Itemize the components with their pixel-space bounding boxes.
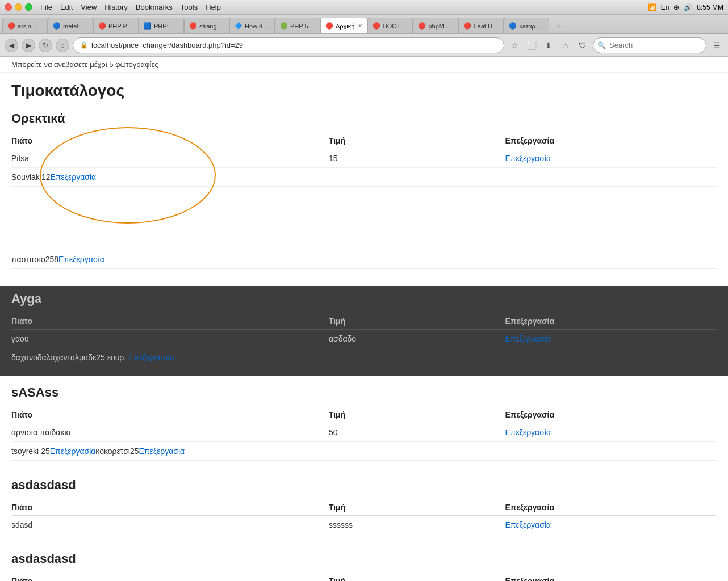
dish-name-inline2: κοκορετσι	[95, 447, 130, 456]
dish-price-inline: 12	[41, 172, 51, 182]
new-tab-button[interactable]: +	[551, 19, 566, 33]
tab-boot[interactable]: 🔴 BOOT...	[367, 18, 413, 33]
menu-bookmarks[interactable]: Bookmarks	[136, 3, 173, 11]
edit-link-inline[interactable]: Επεξεργασία	[58, 255, 104, 264]
tab-label: κaταρ...	[519, 23, 541, 30]
dish-price: ασδαδό	[329, 330, 505, 348]
tab-favicon: 🟦	[144, 22, 152, 30]
tab-php2[interactable]: 🟦 PHP:...	[139, 18, 184, 33]
dish-name: αρνισια παιδακια	[11, 423, 329, 442]
edit-link[interactable]: Επεξεργασία	[505, 520, 551, 529]
tab-favicon: 🔴	[325, 22, 333, 30]
tab-label: arsin...	[18, 23, 36, 30]
download-button[interactable]: ⬇	[542, 39, 555, 52]
traffic-lights	[5, 3, 32, 11]
menu-file[interactable]: File	[40, 3, 52, 11]
edit-link-inline[interactable]: Επεξεργασία	[50, 447, 96, 456]
ayga-table: Πιάτο Τιμή Επεξεργασία γαου ασδαδό Επεξε…	[11, 313, 717, 367]
col-header-action: Επεξεργασία	[505, 313, 717, 330]
tab-php5[interactable]: 🟢 PHP 5...	[275, 18, 320, 33]
tab-favicon: 🔵	[53, 22, 61, 30]
category-ayga: Ayga Πιάτο Τιμή Επεξεργασία γαου ασδαδό	[0, 286, 728, 376]
tab-label: BOOT...	[383, 23, 405, 30]
home-button[interactable]: ⌂	[56, 39, 69, 52]
back-button[interactable]: ◀	[5, 39, 18, 52]
col-header-action: Επεξεργασία	[505, 573, 717, 581]
screenshot-button[interactable]: ⬜	[525, 39, 538, 52]
edit-link-inline2[interactable]: Επεξεργασία	[139, 447, 185, 456]
reload-button[interactable]: ↻	[39, 39, 52, 52]
dish-name: γαου	[11, 330, 329, 348]
tab-label: Αρχική	[336, 23, 354, 30]
tab-favicon: 🔵	[509, 22, 517, 30]
inline-row-ayga2: δαχανοδαλαχανταλμαδε25 εουρ. Επεξεργασία	[11, 348, 717, 367]
category-sasass: sASAss Πιάτο Τιμή Επεξεργασία αρνισια πα…	[11, 385, 717, 461]
tab-php1[interactable]: 🔴 PHP P...	[93, 18, 139, 33]
tab-favicon: 🔴	[98, 22, 106, 30]
url-text: localhost/price_changer/dashboard.php?id…	[91, 41, 243, 49]
col-header-dish: Πιάτο	[11, 313, 329, 330]
bookmark-star-button[interactable]: ☆	[508, 39, 521, 52]
search-wrapper: 🔍	[593, 37, 706, 53]
category-asdasdasd-title: asdasdasd	[11, 478, 717, 492]
tab-label: Leaf D...	[474, 23, 497, 30]
tab-howd[interactable]: 🔷 How d...	[229, 18, 275, 33]
annotation-container: Πιάτο Τιμή Επεξεργασία Pitsa 15 Επεξεργα…	[11, 133, 717, 269]
menu-tools[interactable]: Tools	[181, 3, 198, 11]
col-header-dish: Πιάτο	[11, 573, 329, 581]
edit-link[interactable]: Επεξεργασία	[505, 334, 551, 343]
tab-phpm[interactable]: 🔴 phpM...	[413, 18, 458, 33]
dish-name-inline: tsoyreki	[11, 447, 39, 456]
tab-bar: 🔴 arsin... 🔵 metaf... 🔴 PHP P... 🟦 PHP:.…	[0, 15, 728, 34]
dish-price: 50	[329, 423, 505, 442]
col-header-price: Τιμή	[329, 133, 505, 149]
tab-arxiki[interactable]: 🔴 Αρχική ✕	[320, 18, 367, 33]
menu-edit[interactable]: Edit	[60, 3, 73, 11]
tab-favicon: 🔴	[7, 22, 15, 30]
shield-button[interactable]: 🛡	[576, 39, 589, 52]
asdasdasd2-table: Πιάτο Τιμή Επεξεργασία	[11, 573, 717, 581]
tab-arsin[interactable]: 🔴 arsin...	[2, 18, 48, 33]
minimize-button[interactable]	[15, 3, 22, 11]
edit-link-inline[interactable]: Επεξεργασία	[128, 353, 174, 362]
home-addr-button[interactable]: ⌂	[559, 39, 572, 52]
url-bar[interactable]: 🔒 localhost/price_changer/dashboard.php?…	[73, 37, 504, 53]
menu-history[interactable]: History	[104, 3, 127, 11]
dish-price-inline: 258	[45, 255, 58, 264]
tab-label: PHP P...	[108, 23, 132, 30]
time-display: 8:55 MM	[697, 3, 723, 11]
dish-name-inline: παστιτσιο	[11, 255, 45, 264]
category-orektika-title: Ορεκτικά	[11, 111, 717, 126]
tab-katar[interactable]: 🔵 κaταρ...	[504, 18, 549, 33]
tab-leaf[interactable]: 🔴 Leaf D...	[458, 18, 504, 33]
tab-favicon: 🔴	[418, 22, 426, 30]
page-content: Μπορείτε να ανεβάσετε μέχρι 5 φωτογραφίε…	[0, 57, 728, 581]
tab-label: PHP:...	[154, 23, 174, 30]
dish-name-inline: δαχανοδαλαχανταλμαδε	[11, 353, 96, 362]
edit-link[interactable]: Επεξεργασία	[505, 428, 551, 437]
menu-help[interactable]: Help	[206, 3, 221, 11]
scrolled-notice: Μπορείτε να ανεβάσετε μέχρι 5 φωτογραφίε…	[0, 57, 728, 73]
menu-button[interactable]: ☰	[710, 39, 723, 52]
forward-button[interactable]: ▶	[22, 39, 35, 52]
security-icon: 🔒	[80, 41, 88, 49]
edit-link[interactable]: Επεξεργασία	[505, 154, 551, 163]
bluetooth-icon: ⊕	[673, 3, 679, 11]
category-orektika: Ορεκτικά Πιάτο Τιμή Επεξεργασία	[11, 111, 717, 269]
dish-action: Επεξεργασία	[505, 149, 717, 168]
close-button[interactable]	[5, 3, 12, 11]
maximize-button[interactable]	[25, 3, 32, 11]
search-input[interactable]	[593, 37, 706, 53]
col-header-dish: Πιάτο	[11, 133, 329, 149]
tab-close-button[interactable]: ✕	[358, 23, 362, 29]
dish-action: Επεξεργασία	[505, 330, 717, 348]
col-header-price: Τιμή	[329, 499, 505, 516]
tab-strang[interactable]: 🔴 strang...	[184, 18, 229, 33]
edit-link-inline[interactable]: Επεξεργασία	[51, 172, 97, 182]
table-row: Pitsa 15 Επεξεργασία	[11, 149, 717, 168]
col-header-dish: Πιάτο	[11, 407, 329, 423]
inline-row-souvlaki: Souvlaki12Επεξεργασία	[11, 168, 717, 187]
inline-row-tsoyreki: tsoyreki 25Επεξεργασίακοκορετσι25Επεξεργ…	[11, 442, 717, 461]
menu-view[interactable]: View	[81, 3, 97, 11]
tab-metaf[interactable]: 🔵 metaf...	[48, 18, 93, 33]
